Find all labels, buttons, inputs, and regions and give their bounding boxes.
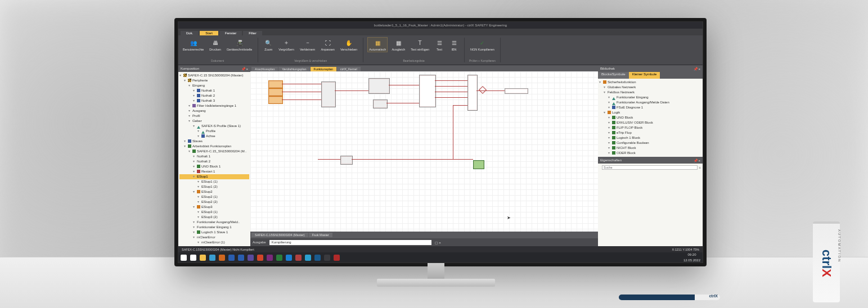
tree-node[interactable]: ▾Profile [179,129,249,134]
skype-icon[interactable] [305,255,311,261]
vscode-icon[interactable] [286,255,292,261]
close-icon[interactable]: × [699,166,701,170]
onenote-icon[interactable] [267,255,273,261]
block-logic1[interactable] [340,156,353,165]
tree-node[interactable]: ▾Logisch 1 Slave 1 [179,230,249,235]
pin-icon[interactable]: 📌 × [241,67,248,71]
app-icon[interactable] [295,255,302,261]
library-node[interactable]: ▾Feldbus Netzwerk [599,90,701,95]
ribbon-tab-window[interactable]: Fenster [219,31,242,35]
tree-node[interactable]: ▾EStop2 (1) [179,194,249,200]
tree-node[interactable]: ▾EStop2 (2) [179,200,249,205]
library-node[interactable]: ▾FLIP FLOP Block [599,125,701,130]
tree-node[interactable]: ▾EStop1 (2) [179,184,249,189]
tree-node[interactable]: ▾EStop3 (2) [179,215,249,220]
app2-icon[interactable] [314,255,321,261]
pin-icon[interactable]: 📌 × [694,158,700,162]
ribbon-tab-doc[interactable]: Dok. [181,31,199,35]
tree-node[interactable]: ▾Ausgang [179,108,249,114]
start-icon[interactable] [181,255,187,261]
doc-tab-function[interactable]: Funktionsplan [311,67,336,71]
edge-icon[interactable] [209,255,215,261]
tree-node[interactable]: ▾Achse [179,134,249,139]
composition-tree[interactable]: ▾SAFEX-C.15 SN150000204 (Master) ▾Periph… [178,72,250,246]
block-input-2[interactable] [268,88,283,96]
block-mux[interactable] [419,75,436,107]
tree-node[interactable]: ▾Arbeitsblatt Funktionsplan [179,144,249,149]
library-tree[interactable]: ▾Sicherheitsfunktion▾Globales Netzwerk▾F… [598,79,703,157]
tree-node[interactable]: ▾mClearError (1) [179,240,249,245]
clock-time[interactable]: 09:20 [687,253,696,256]
library-node[interactable]: ▾Logik [599,110,701,115]
tree-node[interactable]: ▾Nothalt 1 [179,154,249,159]
pin-icon[interactable]: 📌 × [694,67,700,71]
tree-node[interactable]: ▾EStop1 [179,174,249,179]
word-icon[interactable] [238,255,244,261]
block-ok[interactable] [473,160,484,169]
ribbon-tab-filter[interactable]: Filter [243,31,262,35]
tree-node[interactable]: ▾Peripherie [179,78,249,83]
block-sub[interactable] [373,99,388,108]
library-node[interactable]: ▾Configurable Boolean [599,141,701,146]
teams-icon[interactable] [248,255,254,261]
device-tab-fsok[interactable]: Fsok Master [309,233,332,237]
tree-node[interactable]: ▾Profil [179,114,249,119]
btn-text[interactable]: ☰Text [434,38,445,52]
tree-node[interactable]: ▾EStop3 [179,205,249,210]
explorer-icon[interactable] [200,255,206,261]
tree-node[interactable]: ▾Slaves [179,139,249,144]
tree-node[interactable]: ▾Nothalt 2 [179,159,249,164]
clock-date[interactable]: 12.05.2022 [683,259,700,262]
btn-auto[interactable]: ▦Automatisch [368,38,387,52]
library-node[interactable]: ▾Globales Netzwerk [599,85,701,90]
excel-icon[interactable] [276,255,282,261]
block-input-3[interactable] [268,96,283,104]
btn-ibn[interactable]: ☰IBN [448,38,460,52]
lib-tab-small[interactable]: Kleiner Symbole [629,72,660,79]
output-field[interactable]: Kompilierung [269,240,431,245]
tree-node[interactable]: ▾SAFEX-C.15_SN150000204 (M.. [179,149,249,154]
btn-zoomin[interactable]: ＋Vergrößern [277,38,295,52]
pdf-icon[interactable] [334,255,340,261]
btn-userrights[interactable]: 👥Benutzerrechte [182,38,205,52]
library-node[interactable]: ▾EXKLUSIV ODER Block [599,120,701,125]
block-bus[interactable] [467,75,478,111]
doc-tab-wiring[interactable]: Verdrahtungsplan [278,67,309,71]
library-node[interactable]: ▾FSoE Diagnose 1 [599,105,701,110]
tree-root[interactable]: ▾SAFEX-C.15 SN150000204 (Master) [179,73,249,78]
tree-node[interactable]: ▾Restart 1 [179,169,249,174]
doc-tab-connection[interactable]: Anschlussplan [251,67,278,71]
tree-node[interactable]: ▾mClearError [179,235,249,240]
tree-node[interactable]: ▾EStop3 (1) [179,210,249,215]
btn-fit[interactable]: ⛶Anpassen [320,38,335,52]
device-tab-master[interactable]: SAFEX-C.15SN150000204 (Master) [251,233,308,237]
tree-node[interactable]: ▾UND Block 1 [179,164,249,169]
library-node[interactable]: ▾eTrip Flop [599,130,701,135]
tree-node[interactable]: ▾EStop1 (1) [179,179,249,184]
ribbon-tab-start[interactable]: Start [200,31,218,35]
library-node[interactable]: ▾Logisch 1 Block [599,135,701,141]
library-node[interactable]: ▾ODER Block [599,151,701,156]
btn-print[interactable]: 🖶Drucken [208,38,222,52]
tree-node[interactable]: ▾Nothalt 1 [179,88,249,93]
library-node[interactable]: ▾NICHT Block [599,146,701,151]
firefox-icon[interactable] [219,255,225,261]
doc-tab-kernel[interactable]: ctrlX_Kernel [337,67,361,71]
library-node[interactable]: ▾Funktionaler Ausgang/Melde Daten [599,100,701,105]
btn-zoom[interactable]: 🔍Zoom [263,38,274,52]
outlook-icon[interactable] [228,255,235,261]
tree-node[interactable]: ▾SAFEX-S Profile (Slave 1) [179,124,249,129]
lib-tab-blocks[interactable]: Blocks/Symbole [598,72,629,79]
tree-node[interactable]: ▾Nothalt 2 [179,93,249,98]
tree-node[interactable]: ▾Nothalt 3 [179,98,249,103]
btn-pan[interactable]: ✋Verschieben [339,38,358,52]
snip-icon[interactable] [324,255,330,261]
library-node[interactable]: ▾Sicherheitsfunktion [599,80,701,85]
btn-compile[interactable]: ✓NGN Kompilieren [469,38,496,52]
tree-node[interactable]: ▾Funktionaler Ausgang/Meld.. [179,220,249,225]
block-input-1[interactable] [268,80,283,88]
block-and[interactable] [321,81,336,107]
library-node[interactable]: ▾Funktionaler Eingang [599,95,701,100]
block-output-label[interactable] [505,88,528,94]
function-plan-canvas[interactable]: ➤ [250,71,598,232]
